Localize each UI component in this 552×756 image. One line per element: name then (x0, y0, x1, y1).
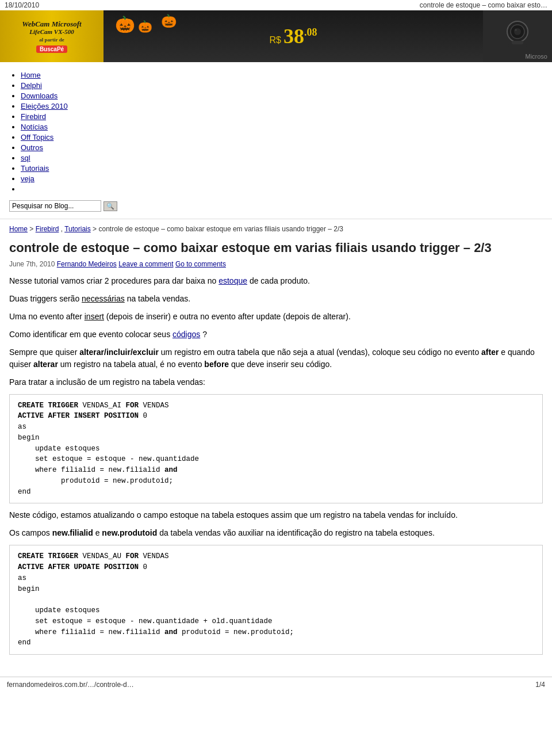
nav-item-home[interactable]: Home (21, 70, 543, 79)
article-para-1: Nesse tutorial vamos criar 2 procedures … (9, 275, 543, 287)
nav-link-sql[interactable]: sql (21, 154, 30, 162)
breadcrumb: Home > Firebird , Tutoriais > controle d… (0, 223, 552, 235)
article-body: Nesse tutorial vamos criar 2 procedures … (9, 275, 543, 655)
svg-rect-4 (512, 41, 523, 44)
webcam-icon (494, 19, 540, 54)
article-title: controle de estoque – como baixar estoqu… (9, 240, 543, 257)
article-go-to-comments[interactable]: Go to comments (175, 260, 226, 268)
breadcrumb-trail: > controle de estoque – como baixar esto… (93, 225, 343, 233)
banner-price-area: 🎃 🎃 🎃 R$ 38.08 (103, 10, 483, 62)
top-bar: 18/10/2010 controle de estoque – como ba… (0, 0, 552, 10)
article-para-5: Sempre que quiser alterar/incluir/exclui… (9, 346, 543, 371)
nav-item-eleicoes[interactable]: Eleições 2010 (21, 101, 543, 110)
article-meta: June 7th, 2010 Fernando Medeiros Leave a… (9, 260, 543, 268)
article-author-link[interactable]: Fernando Medeiros (57, 260, 117, 268)
banner: WebCam Microsoft LifeCam VX-500 al parti… (0, 10, 552, 62)
main-content: controle de estoque – como baixar estoqu… (0, 235, 552, 665)
svg-rect-5 (508, 44, 527, 47)
article-para-6: Para tratar a inclusão de um registro na… (9, 376, 543, 388)
article-date: June 7th, 2010 (9, 260, 55, 268)
nav-link-downloads[interactable]: Downloads (21, 91, 57, 100)
code-block-2: CREATE TRIGGER VENDAS_AU FOR VENDAS ACTI… (9, 545, 543, 655)
nav-link-firebird[interactable]: Firebird (21, 112, 46, 121)
nav-item-noticias[interactable]: Notícias (21, 122, 543, 131)
nav-list: Home Delphi Downloads Eleições 2010 Fire… (9, 70, 543, 193)
top-bar-date: 18/10/2010 (5, 1, 39, 9)
link-estoque-1[interactable]: estoque (218, 276, 247, 285)
nav-item-tutoriais[interactable]: Tutoriais (21, 163, 543, 173)
nav-link-delphi[interactable]: Delphi (21, 81, 42, 90)
breadcrumb-firebird[interactable]: Firebird (36, 225, 59, 233)
breadcrumb-home[interactable]: Home (9, 225, 28, 233)
search-button[interactable]: 🔍 (103, 201, 117, 211)
nav-item-outros[interactable]: Outros (21, 143, 543, 152)
nav-item-sql[interactable]: sql (21, 153, 543, 162)
article-para-3: Uma no evento after insert (depois de in… (9, 311, 543, 323)
nav-item-offtopics[interactable]: Off Topics (21, 132, 543, 142)
search-input[interactable] (9, 200, 101, 212)
nav-item-firebird[interactable]: Firebird (21, 112, 543, 121)
nav-link-eleicoes[interactable]: Eleições 2010 (21, 102, 68, 110)
article-para-after-code1-2: Os campos new.filialid e new.produtoid d… (9, 527, 543, 539)
nav-area: Home Delphi Downloads Eleições 2010 Fire… (0, 67, 552, 197)
banner-ms-label: Microso (525, 53, 547, 60)
footer-left: fernandomedeiros.com.br/…/controle-d… (7, 681, 134, 689)
banner-logo-text: WebCam Microsoft LifeCam VX-500 al parti… (22, 20, 81, 44)
nav-link-veja[interactable]: veja (21, 174, 34, 183)
search-area: 🔍 (0, 197, 552, 215)
svg-point-3 (515, 29, 517, 31)
nav-link-outros[interactable]: Outros (21, 143, 43, 152)
nav-link-home[interactable]: Home (21, 71, 41, 79)
nav-link-offtopics[interactable]: Off Topics (21, 133, 53, 142)
nav-item-downloads[interactable]: Downloads (21, 91, 543, 100)
nav-item-veja[interactable]: veja (21, 174, 543, 183)
link-codigos[interactable]: códigos (172, 330, 200, 339)
footer-bar: fernandomedeiros.com.br/…/controle-d… 1/… (0, 677, 552, 692)
banner-price-prefix: R$ (270, 35, 281, 45)
top-bar-title: controle de estoque – como baixar esto… (420, 1, 547, 9)
nav-item-blank (21, 184, 543, 193)
breadcrumb-tutoriais[interactable]: Tutoriais (64, 225, 91, 233)
nav-link-noticias[interactable]: Notícias (21, 123, 48, 131)
nav-link-tutoriais[interactable]: Tutoriais (21, 164, 49, 173)
article-para-4: Como identificar em que evento colocar s… (9, 329, 543, 341)
breadcrumb-sep1: > (29, 225, 35, 233)
article-para-after-code1-1: Neste código, estamos atualizando o camp… (9, 509, 543, 521)
divider-1 (0, 219, 552, 219)
footer-right: 1/4 (535, 681, 545, 689)
nav-item-delphi[interactable]: Delphi (21, 81, 543, 90)
article-leave-comment[interactable]: Leave a comment (118, 260, 173, 268)
code-block-1: CREATE TRIGGER VENDAS_AI FOR VENDAS ACTI… (9, 394, 543, 504)
banner-logo-area: WebCam Microsoft LifeCam VX-500 al parti… (0, 10, 103, 62)
banner-price-main: 38.08 (283, 24, 317, 48)
article-para-2: Duas triggers serão necessárias na tabel… (9, 293, 543, 305)
